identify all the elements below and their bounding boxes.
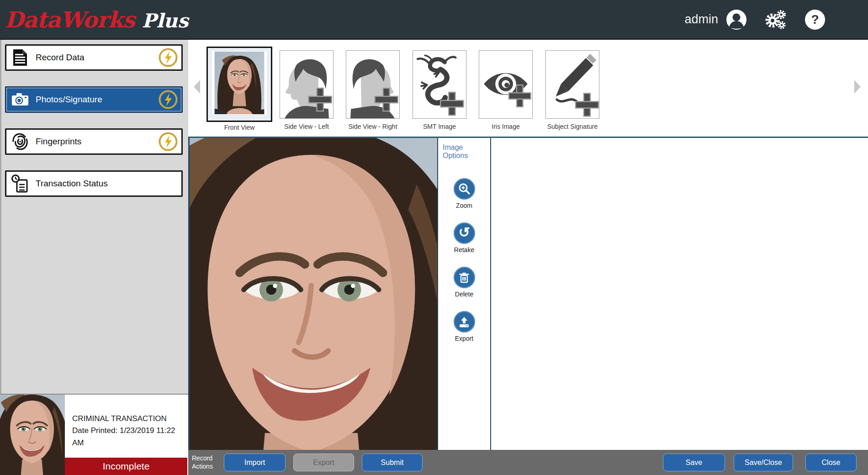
svg-text:?: ? <box>811 12 819 26</box>
capture-thumbnail-strip: Front View Side View - Left Side View - … <box>188 40 868 138</box>
lightning-alert-icon <box>159 90 178 109</box>
sidebar-item-label: Transaction Status <box>36 179 108 189</box>
status-clock-document-icon <box>11 174 29 193</box>
thumbnail-smt-image[interactable]: SMT Image <box>413 47 466 130</box>
thumbnail-label: Side View - Left <box>280 123 333 130</box>
trash-icon <box>458 271 471 284</box>
sidebar-item-record-data[interactable]: Record Data <box>5 44 183 71</box>
image-options-panel: Image Options Zoom ↺ Retake <box>437 138 491 450</box>
delete-button[interactable] <box>454 267 475 288</box>
retake-arrow-icon: ↺ <box>458 226 470 239</box>
app-header: DataWorks Plus admin ? <box>0 0 868 40</box>
sidebar-item-label: Record Data <box>36 53 85 63</box>
thumbnail-label: Front View <box>206 124 272 131</box>
thumbnail-front-view[interactable]: Front View <box>206 47 272 131</box>
lightning-alert-icon <box>159 48 178 67</box>
sidebar-item-photos-signature[interactable]: Photos/Signature <box>5 86 183 113</box>
close-button[interactable]: Close <box>805 454 857 471</box>
sidebar-item-label: Fingerprints <box>36 137 81 147</box>
profile-left-icon <box>280 51 333 118</box>
strip-scroll-left-icon[interactable] <box>194 80 200 94</box>
user-icon[interactable] <box>725 9 747 31</box>
thumbnail-side-view-right[interactable]: Side View - Right <box>346 47 400 130</box>
submit-button[interactable]: Submit <box>362 454 423 471</box>
app-logo: DataWorks Plus <box>5 7 188 32</box>
fingerprint-icon <box>11 132 29 151</box>
username-label: admin <box>684 12 718 26</box>
subject-front-photo <box>212 51 267 115</box>
logo-plus: Plus <box>142 10 189 32</box>
lightning-alert-icon <box>159 132 178 151</box>
profile-right-icon <box>346 51 399 118</box>
upload-icon <box>458 316 471 328</box>
signature-pen-icon <box>546 51 599 118</box>
record-actions-label: Record Actions <box>192 454 220 470</box>
main-content: Image Options Zoom ↺ Retake <box>188 138 868 450</box>
sidebar-item-transaction-status[interactable]: Transaction Status <box>5 170 183 197</box>
dragon-tattoo-icon <box>413 51 466 118</box>
logo-dataworks: DataWorks <box>5 7 135 32</box>
thumbnail-subject-signature[interactable]: Subject Signature <box>545 47 599 130</box>
save-close-button[interactable]: Save/Close <box>734 454 793 471</box>
save-button[interactable]: Save <box>663 454 725 471</box>
gears-icon[interactable] <box>765 9 787 31</box>
thumbnail-label: SMT Image <box>413 123 466 130</box>
date-printed-label: Date Printed: 1/23/2019 11:22 AM <box>72 425 188 449</box>
record-actions-bar: Record Actions Import Export Submit Save… <box>188 450 868 475</box>
import-button[interactable]: Import <box>224 454 286 471</box>
strip-scroll-right-icon[interactable] <box>854 80 861 94</box>
zoom-button[interactable] <box>454 178 475 200</box>
thumbnail-iris-image[interactable]: Iris Image <box>479 47 533 130</box>
thumbnail-label: Iris Image <box>479 123 533 130</box>
retake-button[interactable]: ↺ <box>454 222 475 244</box>
sidebar-nav: Record Data Photos/Signature Fingerprint… <box>0 40 188 395</box>
document-icon <box>11 48 29 67</box>
status-badge: Incomplete <box>65 458 187 475</box>
retake-label: Retake <box>438 246 490 253</box>
export-button[interactable] <box>454 311 475 332</box>
thumbnail-side-view-left[interactable]: Side View - Left <box>280 47 333 130</box>
camera-icon <box>11 90 29 109</box>
selected-image-front-view <box>188 138 437 450</box>
subject-photo-thumbnail <box>0 395 65 475</box>
front-view-photo <box>206 47 272 122</box>
transaction-type-label: CRIMINAL TRANSACTION <box>72 413 188 425</box>
sidebar-item-label: Photos/Signature <box>36 95 102 105</box>
thumbnail-label: Side View - Right <box>346 123 400 130</box>
export-record-button[interactable]: Export <box>293 454 354 471</box>
export-image-label: Export <box>438 335 490 342</box>
subject-summary-panel: CRIMINAL TRANSACTION Date Printed: 1/23/… <box>0 395 188 475</box>
zoom-label: Zoom <box>438 202 490 209</box>
sidebar-item-fingerprints[interactable]: Fingerprints <box>5 128 183 155</box>
help-icon[interactable]: ? <box>804 9 826 31</box>
thumbnail-label: Subject Signature <box>545 123 599 130</box>
image-options-title: Image Options <box>438 143 490 160</box>
delete-label: Delete <box>438 290 490 298</box>
magnifier-plus-icon <box>457 182 471 196</box>
iris-eye-icon <box>479 51 532 118</box>
